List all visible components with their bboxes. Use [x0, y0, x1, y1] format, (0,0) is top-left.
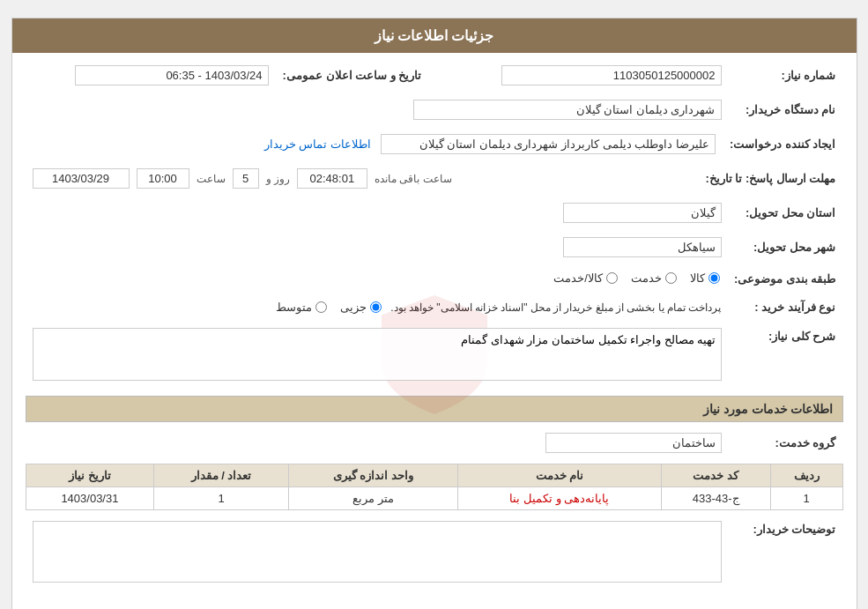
- row-count: 1: [154, 487, 288, 510]
- gorooh-label: گروه خدمت:: [729, 429, 843, 457]
- col-code: کد خدمت: [661, 464, 770, 487]
- ostan-value: گیلان: [26, 199, 729, 227]
- sharh-koli-value: [26, 324, 729, 387]
- radio-khedmat-label: خدمت: [631, 271, 662, 285]
- baqi-value-field: 02:48:01: [297, 168, 367, 189]
- buyer-notes-textarea[interactable]: [33, 521, 722, 583]
- radio-jozvi-item: جزیی: [340, 301, 382, 314]
- section2-header: اطلاعات خدمات مورد نیاز: [26, 396, 843, 422]
- tarikhe-elaan-label: تاریخ و ساعت اعلان عمومی:: [276, 62, 429, 89]
- table-row: 1 ج-43-433 پایانه‌دهی و تکمیل بنا متر مر…: [26, 487, 842, 510]
- info-row-3: ایجاد کننده درخواست: علیرضا داوطلب دیلمی…: [26, 130, 843, 158]
- content-area: شماره نیاز: 1103050125000002 تاریخ و ساع…: [12, 53, 857, 609]
- sharh-table: شرح کلی نیاز:: [26, 324, 843, 387]
- name-dastgah-field: شهرداری دیلمان استان گیلان: [413, 100, 722, 120]
- info-row-2: نام دستگاه خریدار: شهرداری دیلمان استان …: [26, 96, 843, 123]
- col-name: نام خدمت: [458, 464, 662, 487]
- shahr-value: سیاهکل: [26, 234, 729, 261]
- info-row-7: طبقه بندی موضوعی: کالا/خدمت خدمت کالا: [26, 268, 843, 290]
- row-date: 1403/03/31: [26, 487, 154, 510]
- col-unit: واحد اندازه گیری: [288, 464, 457, 487]
- buyer-notes-value: [26, 517, 729, 589]
- name-dastgah-value: شهرداری دیلمان استان گیلان: [26, 96, 729, 123]
- info-row-6: شهر محل تحویل: سیاهکل: [26, 234, 843, 261]
- info-row-8: نوع فرآیند خرید : پرداخت تمام یا بخشی از…: [26, 297, 843, 317]
- saaat-value-field: 10:00: [137, 168, 189, 189]
- nooe-farayand-value: پرداخت تمام یا بخشی از مبلغ خریدار از مح…: [26, 297, 729, 317]
- page-title: جزئیات اطلاعات نیاز: [12, 19, 857, 53]
- row-name[interactable]: پایانه‌دهی و تکمیل بنا: [458, 487, 662, 510]
- radio-kala-khedmat-input[interactable]: [606, 272, 618, 284]
- tabaqe-radio-group: کالا/خدمت خدمت کالا: [553, 271, 720, 285]
- radio-jozvi-input[interactable]: [370, 301, 382, 313]
- radio-kala-label: کالا: [690, 271, 705, 285]
- services-table: ردیف کد خدمت نام خدمت واحد اندازه گیری ت…: [26, 464, 843, 510]
- name-dastgah-label: نام دستگاه خریدار:: [729, 96, 843, 123]
- shomara-niaz-value: 1103050125000002: [446, 62, 728, 89]
- ijad-konande-label: ایجاد کننده درخواست:: [723, 130, 843, 158]
- tabaqe-label: طبقه بندی موضوعی:: [727, 268, 843, 290]
- saaat-label: ساعت: [197, 173, 226, 185]
- rooz-label: روز و: [266, 173, 290, 185]
- buyer-notes-row: توضیحات خریدار:: [26, 517, 843, 589]
- radio-jozvi-label: جزیی: [340, 301, 367, 314]
- col-count: تعداد / مقدار: [154, 464, 288, 487]
- radio-kala-khedmat-item: کالا/خدمت: [553, 271, 618, 285]
- ijad-konande-value: علیرضا داوطلب دیلمی کاربرداز شهرداری دیل…: [26, 130, 723, 158]
- date-value-field: 1403/03/29: [33, 168, 130, 189]
- services-table-body: 1 ج-43-433 پایانه‌دهی و تکمیل بنا متر مر…: [26, 487, 842, 510]
- shomara-niaz-label: شماره نیاز:: [729, 62, 843, 89]
- tabaqe-value: کالا/خدمت خدمت کالا: [26, 268, 727, 290]
- rooz-value-field: 5: [233, 168, 259, 189]
- buyer-notes-label: توضیحات خریدار:: [729, 517, 843, 589]
- col-date: تاریخ نیاز: [26, 464, 154, 487]
- info-row-5: استان محل تحویل: گیلان: [26, 199, 843, 227]
- radio-motevaset-item: متوسط: [276, 301, 327, 314]
- baqi-label: ساعت باقی مانده: [375, 173, 452, 185]
- radio-kala-khedmat-label: کالا/خدمت: [553, 271, 603, 285]
- gorooh-row: گروه خدمت: ساختمان: [26, 429, 843, 457]
- nooe-farayand-label: نوع فرآیند خرید :: [729, 297, 843, 317]
- page-wrapper: جزئیات اطلاعات نیاز شماره نیاز: 11030501…: [11, 18, 857, 609]
- info-row-1: شماره نیاز: 1103050125000002 تاریخ و ساع…: [26, 62, 843, 89]
- purchase-note: پرداخت تمام یا بخشی از مبلغ خریدار از مح…: [390, 301, 721, 314]
- row-code: ج-43-433: [661, 487, 770, 510]
- shomara-niaz-field: 1103050125000002: [501, 65, 722, 85]
- ijad-konande-field: علیرضا داوطلب دیلمی کاربرداز شهرداری دیل…: [381, 134, 716, 154]
- radio-motevaset-input[interactable]: [315, 301, 327, 313]
- services-table-header: ردیف کد خدمت نام خدمت واحد اندازه گیری ت…: [26, 464, 842, 487]
- radio-motevaset-label: متوسط: [276, 301, 312, 314]
- etelaat-tamas-link[interactable]: اطلاعات تماس خریدار: [264, 137, 371, 151]
- farayand-radio-group: متوسط جزیی: [276, 301, 382, 314]
- tarikhe-elaan-value: 1403/03/24 - 06:35: [26, 62, 276, 89]
- mohlet-ersal-value: ساعت باقی مانده 02:48:01 روز و 5 ساعت 10…: [26, 165, 699, 192]
- row-unit: متر مربع: [288, 487, 457, 510]
- ostan-label: استان محل تحویل:: [729, 199, 843, 227]
- col-radif: ردیف: [770, 464, 842, 487]
- radio-khedmat-input[interactable]: [665, 272, 677, 284]
- info-row-4: مهلت ارسال پاسخ: تا تاریخ: ساعت باقی مان…: [26, 165, 843, 192]
- tarikhe-elaan-field: 1403/03/24 - 06:35: [75, 65, 269, 85]
- gorooh-value: ساختمان: [26, 429, 729, 457]
- radio-kala-item: کالا: [690, 271, 720, 285]
- sharh-koli-label: شرح کلی نیاز:: [729, 324, 843, 387]
- button-row: بازگشت چاپ: [26, 596, 843, 609]
- radio-kala-input[interactable]: [708, 272, 720, 284]
- ostan-field: گیلان: [563, 203, 722, 223]
- gorooh-field: ساختمان: [545, 433, 722, 453]
- sharh-section: ANA TENDER شرح کلی نیاز:: [26, 324, 843, 387]
- radio-khedmat-item: خدمت: [631, 271, 677, 285]
- shahr-label: شهر محل تحویل:: [729, 234, 843, 261]
- mohlet-ersal-label: مهلت ارسال پاسخ: تا تاریخ:: [698, 165, 842, 192]
- row-radif: 1: [770, 487, 842, 510]
- sharh-koli-textarea: [33, 328, 722, 381]
- shahr-field: سیاهکل: [563, 237, 722, 257]
